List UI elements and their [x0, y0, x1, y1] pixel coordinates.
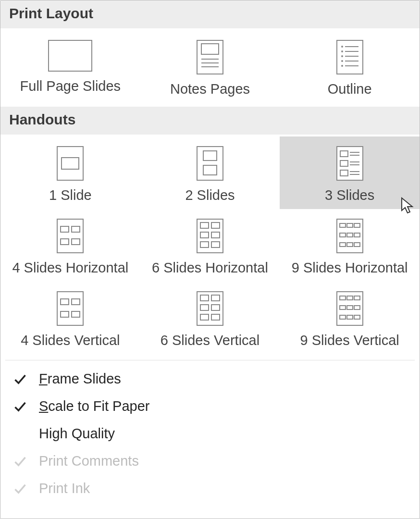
- section-header-print-layout: Print Layout: [0, 0, 420, 28]
- option-4-slides-horizontal[interactable]: 4 Slides Horizontal: [0, 209, 140, 282]
- svg-rect-34: [72, 226, 80, 232]
- svg-rect-0: [49, 40, 92, 71]
- option-text: Print Comments: [39, 453, 139, 469]
- option-3-slides[interactable]: 3 Slides: [280, 136, 420, 209]
- svg-rect-60: [200, 295, 209, 301]
- option-4-slides-vertical[interactable]: 4 Slides Vertical: [0, 282, 140, 354]
- checkmark-icon: [13, 455, 27, 468]
- svg-rect-2: [201, 44, 219, 54]
- option-text: cale to Fit Paper: [48, 398, 149, 414]
- svg-rect-40: [200, 232, 209, 238]
- svg-rect-32: [57, 219, 83, 253]
- svg-rect-26: [340, 161, 348, 166]
- option-label: Outline: [328, 81, 372, 97]
- svg-point-15: [341, 65, 343, 67]
- options-list: Frame Slides Scale to Fit Paper High Qua…: [0, 360, 420, 502]
- checkmark-icon: [13, 400, 27, 413]
- svg-rect-51: [340, 243, 346, 247]
- option-scale-to-fit-paper[interactable]: Scale to Fit Paper: [4, 393, 416, 420]
- svg-rect-57: [61, 311, 69, 317]
- one-slide-icon: [57, 146, 84, 181]
- option-2-slides[interactable]: 2 Slides: [140, 136, 280, 209]
- nine-slides-v-icon: [336, 291, 363, 326]
- option-outline[interactable]: Outline: [280, 30, 420, 103]
- svg-rect-35: [61, 239, 69, 245]
- svg-rect-33: [61, 226, 69, 232]
- svg-rect-45: [340, 223, 346, 227]
- option-high-quality[interactable]: High Quality: [4, 420, 416, 447]
- svg-rect-46: [347, 223, 353, 227]
- option-full-page-slides[interactable]: Full Page Slides: [0, 30, 140, 103]
- svg-rect-55: [61, 299, 69, 305]
- nine-slides-h-icon: [336, 219, 363, 253]
- option-text: Print Ink: [39, 481, 90, 496]
- accelerator: S: [39, 398, 48, 414]
- two-slides-icon: [197, 146, 223, 181]
- six-slides-v-icon: [197, 291, 223, 326]
- svg-rect-72: [354, 306, 360, 309]
- svg-rect-6: [337, 40, 363, 74]
- svg-rect-63: [211, 305, 220, 310]
- svg-rect-42: [200, 242, 209, 247]
- option-6-slides-horizontal[interactable]: 6 Slides Horizontal: [140, 209, 280, 282]
- option-6-slides-vertical[interactable]: 6 Slides Vertical: [140, 282, 280, 354]
- svg-point-9: [341, 50, 343, 52]
- option-notes-pages[interactable]: Notes Pages: [140, 30, 280, 103]
- print-layout-grid: Full Page Slides Notes Pages Outline: [0, 28, 420, 107]
- option-9-slides-horizontal[interactable]: 9 Slides Horizontal: [280, 209, 420, 282]
- svg-rect-50: [354, 233, 360, 237]
- option-label: 2 Slides: [185, 187, 235, 203]
- option-label: 9 Slides Horizontal: [292, 260, 408, 276]
- svg-point-13: [341, 60, 343, 62]
- svg-rect-29: [340, 170, 348, 176]
- svg-rect-75: [354, 315, 360, 319]
- option-1-slide[interactable]: 1 Slide: [0, 136, 140, 209]
- option-print-ink: Print Ink: [4, 475, 416, 502]
- option-label: 9 Slides Vertical: [300, 333, 399, 348]
- svg-rect-61: [211, 295, 220, 301]
- option-9-slides-vertical[interactable]: 9 Slides Vertical: [280, 282, 420, 354]
- option-frame-slides[interactable]: Frame Slides: [4, 365, 416, 393]
- svg-rect-52: [347, 243, 353, 247]
- svg-rect-62: [200, 305, 209, 310]
- svg-rect-23: [340, 151, 348, 157]
- svg-rect-69: [354, 296, 360, 300]
- option-text: rame Slides: [48, 371, 121, 386]
- section-header-handouts: Handouts: [0, 107, 420, 135]
- svg-rect-70: [340, 306, 346, 309]
- svg-rect-43: [211, 242, 220, 247]
- checkmark-icon: [13, 482, 27, 495]
- svg-rect-41: [211, 232, 220, 238]
- svg-rect-54: [57, 292, 83, 325]
- svg-rect-58: [72, 311, 80, 317]
- svg-rect-73: [340, 315, 346, 319]
- svg-rect-49: [347, 233, 353, 237]
- svg-point-7: [341, 46, 343, 48]
- option-print-comments: Print Comments: [4, 447, 416, 475]
- four-slides-h-icon: [57, 219, 84, 253]
- svg-rect-64: [200, 314, 209, 320]
- svg-rect-47: [354, 223, 360, 227]
- checkmark-icon: [13, 372, 27, 386]
- svg-rect-38: [200, 222, 209, 228]
- handouts-grid: 1 Slide 2 Slides 3 Sl: [0, 135, 420, 358]
- three-slides-icon: [336, 146, 363, 181]
- svg-rect-68: [347, 296, 353, 300]
- notes-pages-icon: [197, 40, 223, 74]
- svg-point-11: [341, 55, 343, 57]
- option-label: 4 Slides Vertical: [21, 333, 120, 348]
- option-label: 6 Slides Vertical: [161, 333, 259, 348]
- option-label: Notes Pages: [170, 81, 250, 97]
- svg-rect-20: [203, 151, 217, 161]
- svg-rect-48: [340, 233, 346, 237]
- svg-rect-56: [72, 299, 80, 305]
- svg-rect-67: [340, 296, 346, 300]
- svg-rect-18: [62, 158, 79, 169]
- option-label: Full Page Slides: [20, 78, 121, 94]
- svg-rect-74: [347, 315, 353, 319]
- svg-rect-36: [72, 239, 80, 245]
- svg-rect-53: [354, 243, 360, 247]
- svg-rect-71: [347, 306, 353, 309]
- full-page-slides-icon: [48, 40, 92, 72]
- option-label: 1 Slide: [49, 187, 92, 203]
